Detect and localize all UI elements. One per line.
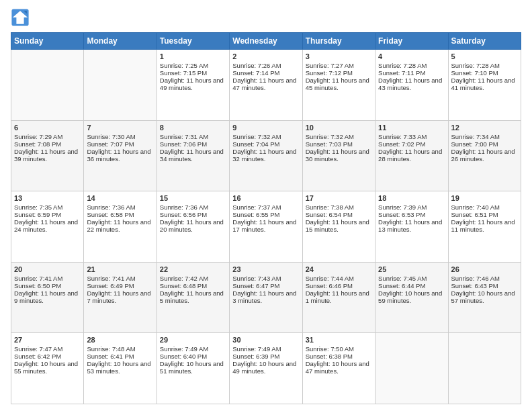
day-cell: 25Sunrise: 7:45 AMSunset: 6:44 PMDayligh… [375,262,448,333]
day-cell: 2Sunrise: 7:26 AMSunset: 7:14 PMDaylight… [230,50,302,121]
day-info: Sunset: 7:07 PM [87,140,153,148]
header-cell-tuesday: Tuesday [157,33,229,50]
page: SundayMondayTuesdayWednesdayThursdayFrid… [0,0,532,411]
week-row-4: 20Sunrise: 7:41 AMSunset: 6:50 PMDayligh… [11,262,521,333]
header-row: SundayMondayTuesdayWednesdayThursdayFrid… [11,33,521,50]
day-cell: 10Sunrise: 7:32 AMSunset: 7:03 PMDayligh… [302,120,375,191]
day-info: Sunset: 6:46 PM [306,282,372,289]
day-info: Daylight: 11 hours and 28 minutes. [378,148,445,163]
day-info: Sunrise: 7:49 AM [160,345,226,353]
day-info: Daylight: 11 hours and 20 minutes. [160,218,226,233]
day-info: Daylight: 11 hours and 39 minutes. [14,148,81,163]
day-info: Sunrise: 7:33 AM [378,133,445,140]
header-cell-wednesday: Wednesday [230,33,302,50]
day-info: Sunset: 6:55 PM [232,211,299,218]
logo [11,8,32,27]
day-number: 30 [232,336,299,344]
day-info: Sunrise: 7:43 AM [232,275,299,282]
week-row-5: 27Sunrise: 7:47 AMSunset: 6:42 PMDayligh… [11,333,521,404]
day-number: 20 [14,265,81,273]
day-number: 16 [232,194,299,202]
day-cell: 3Sunrise: 7:27 AMSunset: 7:12 PMDaylight… [302,50,375,121]
day-info: Sunset: 6:54 PM [306,211,372,218]
day-info: Daylight: 11 hours and 41 minutes. [451,77,518,91]
day-number: 29 [160,336,226,344]
day-info: Daylight: 11 hours and 24 minutes. [14,218,81,233]
day-number: 15 [160,194,226,202]
day-number: 25 [378,265,445,273]
header-cell-monday: Monday [84,33,157,50]
day-number: 1 [160,52,226,60]
day-info: Daylight: 10 hours and 55 minutes. [14,360,81,375]
day-cell: 5Sunrise: 7:28 AMSunset: 7:10 PMDaylight… [448,50,521,121]
day-number: 28 [87,336,153,344]
day-cell: 30Sunrise: 7:49 AMSunset: 6:39 PMDayligh… [230,333,302,404]
day-number: 12 [451,124,518,132]
day-info: Daylight: 11 hours and 30 minutes. [306,148,372,163]
day-info: Sunrise: 7:47 AM [14,345,81,353]
day-number: 19 [451,194,518,202]
day-cell: 27Sunrise: 7:47 AMSunset: 6:42 PMDayligh… [11,333,84,404]
day-info: Sunset: 6:51 PM [451,211,518,218]
day-info: Sunrise: 7:28 AM [378,62,445,69]
day-info: Sunrise: 7:40 AM [451,203,518,211]
day-number: 3 [306,52,372,60]
day-info: Sunrise: 7:27 AM [306,62,372,69]
day-info: Sunset: 7:12 PM [306,69,372,77]
day-cell: 18Sunrise: 7:39 AMSunset: 6:53 PMDayligh… [375,191,448,263]
day-info: Sunset: 6:48 PM [160,282,226,289]
day-number: 27 [14,336,81,344]
day-info: Daylight: 10 hours and 51 minutes. [160,360,226,375]
day-number: 4 [378,52,445,60]
day-info: Sunset: 6:40 PM [160,353,226,360]
header [11,8,521,27]
day-info: Daylight: 11 hours and 45 minutes. [306,77,372,91]
day-cell: 12Sunrise: 7:34 AMSunset: 7:00 PMDayligh… [448,120,521,191]
day-info: Daylight: 11 hours and 1 minute. [306,289,372,304]
day-info: Sunrise: 7:48 AM [87,345,153,353]
day-cell: 26Sunrise: 7:46 AMSunset: 6:43 PMDayligh… [448,262,521,333]
day-info: Sunrise: 7:32 AM [306,133,372,140]
week-row-3: 13Sunrise: 7:35 AMSunset: 6:59 PMDayligh… [11,191,521,263]
logo-icon [11,8,30,27]
day-number: 14 [87,194,153,202]
day-info: Sunset: 7:10 PM [451,69,518,77]
day-info: Daylight: 10 hours and 47 minutes. [306,360,372,375]
day-info: Sunrise: 7:29 AM [14,133,81,140]
day-info: Sunset: 7:02 PM [378,140,445,148]
day-cell [84,50,157,121]
day-info: Sunset: 7:04 PM [232,140,299,148]
day-info: Sunset: 7:06 PM [160,140,226,148]
day-cell: 24Sunrise: 7:44 AMSunset: 6:46 PMDayligh… [302,262,375,333]
day-info: Sunrise: 7:25 AM [160,62,226,69]
day-info: Daylight: 11 hours and 22 minutes. [87,218,153,233]
day-number: 10 [306,124,372,132]
day-info: Sunset: 6:53 PM [378,211,445,218]
day-info: Sunset: 6:42 PM [14,353,81,360]
day-info: Sunrise: 7:49 AM [232,345,299,353]
day-number: 21 [87,265,153,273]
calendar-header: SundayMondayTuesdayWednesdayThursdayFrid… [11,33,521,50]
day-info: Sunset: 6:56 PM [160,211,226,218]
day-info: Sunset: 7:03 PM [306,140,372,148]
day-cell: 23Sunrise: 7:43 AMSunset: 6:47 PMDayligh… [230,262,302,333]
day-info: Daylight: 11 hours and 9 minutes. [14,289,81,304]
day-info: Sunrise: 7:50 AM [306,345,372,353]
day-number: 8 [160,124,226,132]
day-cell: 15Sunrise: 7:36 AMSunset: 6:56 PMDayligh… [157,191,229,263]
day-cell: 11Sunrise: 7:33 AMSunset: 7:02 PMDayligh… [375,120,448,191]
day-info: Sunrise: 7:31 AM [160,133,226,140]
day-number: 22 [160,265,226,273]
day-number: 6 [14,124,81,132]
day-cell [448,333,521,404]
day-info: Sunrise: 7:44 AM [306,275,372,282]
day-cell: 16Sunrise: 7:37 AMSunset: 6:55 PMDayligh… [230,191,302,263]
day-info: Sunset: 6:43 PM [451,282,518,289]
day-cell: 4Sunrise: 7:28 AMSunset: 7:11 PMDaylight… [375,50,448,121]
day-info: Daylight: 11 hours and 49 minutes. [160,77,226,91]
header-cell-friday: Friday [375,33,448,50]
day-info: Sunset: 7:08 PM [14,140,81,148]
day-number: 9 [232,124,299,132]
day-cell: 8Sunrise: 7:31 AMSunset: 7:06 PMDaylight… [157,120,229,191]
day-info: Sunrise: 7:39 AM [378,203,445,211]
